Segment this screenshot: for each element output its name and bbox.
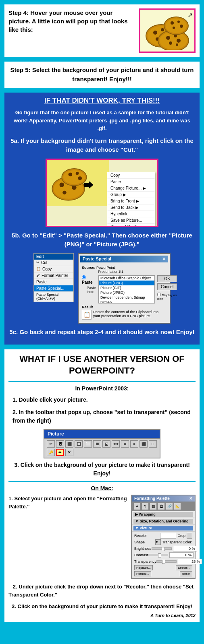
tb-btn-6[interactable]: 🔳 [93, 440, 101, 448]
paste-special-dialog: Paste Special ✕ Source: PowerPoint Prese… [78, 253, 171, 324]
tb-set-transparent[interactable]: ✏ [56, 449, 64, 456]
fp-recolor-dropdown[interactable] [160, 533, 176, 539]
list-item-png[interactable]: Picture (PNG) [99, 281, 154, 285]
tb-btn-8[interactable]: ⟺ [112, 440, 120, 448]
cancel-button[interactable]: Cancel [157, 283, 177, 290]
list-item-gif[interactable]: Picture (GIF) [99, 285, 154, 290]
fp-icon-2[interactable]: ¶ [142, 503, 149, 510]
tb-btn-4[interactable]: 🔲 [75, 440, 83, 448]
fp-replace-btn[interactable]: Replace... [134, 565, 153, 570]
fp-picture-label: ▼ Picture [135, 526, 152, 530]
fp-crop-btn[interactable] [187, 533, 192, 539]
svg-point-3 [161, 28, 164, 31]
context-cookie-svg [47, 160, 109, 206]
fp-shape-btn[interactable]: ● [155, 539, 161, 545]
blue-section-title: IF THAT DIDN'T WORK, TRY THIS!!! [8, 97, 196, 105]
fp-size-header[interactable]: ▼ Size, Rotation, and Ordering [133, 519, 193, 524]
dialog-title: Paste Special [83, 256, 111, 262]
dialog-paste-options: Paste Paste Into: [82, 275, 96, 303]
svg-point-17 [177, 21, 180, 23]
source-label: Source: [82, 266, 96, 270]
fp-brightness-controls: 0 % [152, 546, 197, 551]
tb-btn-3[interactable]: ⬛ [65, 440, 73, 448]
tb-btn-2[interactable]: 🖼 [56, 440, 64, 448]
paste-listbox[interactable]: Microsoft Office Graphic Object Picture … [98, 275, 155, 303]
fp-size-rotation: ▼ Size, Rotation, and Ordering [132, 518, 195, 525]
edit-menu-mockup: Edit ✂ Cut 📋 Copy 🖌 Format Painter Paste… [33, 253, 74, 302]
tb-btn-1[interactable]: ↩ [47, 440, 55, 448]
fp-recolor-controls: Crop [160, 533, 192, 539]
fp-close[interactable]: ✕ [189, 496, 192, 501]
blue-section: IF THAT DIDN'T WORK, TRY THIS!!! Go figu… [3, 91, 201, 346]
cookie-image: ↗ [139, 8, 196, 53]
tb-btn-11[interactable]: ⬛ [139, 440, 148, 448]
fp-contrast-slider[interactable] [148, 554, 168, 556]
paste-into-label: Paste Into: [87, 286, 96, 294]
page-wrapper: Step 4: Hover your mouse over your pictu… [0, 0, 204, 626]
context-menu-item-hyperlink: Hyperlink... [107, 211, 155, 217]
fp-contrast-label: Contrast [134, 553, 148, 557]
toolbar-title: Picture [44, 429, 160, 438]
svg-point-23 [60, 182, 65, 187]
bottom-section: WHAT IF I USE ANOTHER VERSION OF POWERPO… [3, 348, 201, 623]
fp-reset-btn[interactable]: Reset [180, 571, 192, 576]
fp-icon-3[interactable]: ▦ [150, 503, 157, 510]
display-as-icon[interactable]: Display as icon [157, 293, 177, 301]
ok-button[interactable]: OK [157, 275, 177, 282]
tb-btn-7[interactable]: ◱ [102, 440, 110, 448]
fp-effects-btn[interactable]: Effects... [176, 565, 192, 570]
svg-point-29 [69, 172, 73, 176]
fp-icon-1[interactable]: A [133, 503, 141, 510]
tb-btn-5[interactable]: ⬜ [84, 440, 92, 448]
fp-transparency-slider[interactable] [156, 560, 177, 563]
list-item-graphic[interactable]: Microsoft Office Graphic Object [99, 276, 154, 281]
fp-transparency-label: Transparency [134, 559, 156, 564]
context-menu-item-paste: Paste [107, 179, 155, 185]
fp-transparent-label: Transparent Color: [162, 540, 192, 544]
fp-icon-4[interactable]: 🖼 [158, 503, 165, 510]
fp-icon-6[interactable]: 📐 [174, 503, 181, 510]
mac-label: On Mac: [8, 485, 196, 491]
fp-wrapping-header[interactable]: ▶ Wrapping [133, 512, 193, 517]
dialog-close[interactable]: ✕ [162, 256, 166, 262]
context-menu-item-copy: Copy [107, 172, 155, 179]
fp-icon-5[interactable]: 🔗 [166, 503, 173, 510]
fp-transparency-controls: 28 % [156, 559, 202, 564]
edit-menu-titlebar: Edit [34, 254, 73, 260]
paste-radio[interactable]: Paste [82, 275, 96, 285]
tb-btn-12[interactable]: □ [149, 440, 157, 448]
mac-step2-text: 2. Under picture click the drop down nex… [8, 583, 196, 599]
context-menu-item-save: Save as Picture... [107, 217, 155, 224]
fp-brightness-value[interactable]: 0 % [173, 546, 197, 551]
context-menu-item-bring: Bring to Front ▶ [107, 198, 155, 204]
list-item-bitmap[interactable]: Bitmap [99, 300, 154, 303]
tb-btn-9[interactable]: ≡ [121, 440, 129, 448]
divider1 [8, 381, 196, 382]
edit-menu-format-painter: 🖌 Format Painter [34, 272, 73, 279]
fp-picture-header[interactable]: ▼ Picture [133, 526, 193, 530]
bottom-title: WHAT IF I USE ANOTHER VERSION OF POWERPO… [8, 353, 196, 376]
tb-btn-15[interactable]: ✕ [65, 449, 73, 456]
fp-brightness-slider[interactable] [152, 547, 172, 550]
step5a-text: 5a. If your background didn't turn trans… [8, 136, 196, 155]
result-text: Pastes the contents of the Clipboard int… [93, 310, 167, 318]
list-item-jpeg[interactable]: Picture (JPEG) [99, 290, 154, 295]
fp-contrast-value[interactable]: 0 % [169, 552, 194, 558]
fp-transparency-thumb [162, 560, 165, 564]
tb-btn-13[interactable]: 🔑 [47, 449, 55, 456]
picture-toolbar-container: Picture ↩ 🖼 ⬛ 🔲 ⬜ 🔳 ◱ ⟺ ≡ ≡ ⬛ □ 🔑 ✏ ✕ [44, 429, 160, 458]
fp-picture-section: ▼ Picture [132, 525, 195, 532]
svg-point-18 [180, 25, 183, 28]
edit-menu-copy: 📋 Copy [34, 266, 73, 272]
fp-shape-controls: ● Transparent Color: [155, 539, 192, 545]
fp-format-btn[interactable]: Format... [134, 571, 151, 576]
fp-titlebar: Formatting Palette ✕ [132, 495, 195, 502]
step5-text: Step 5: Select the background of your pi… [8, 66, 196, 84]
fp-brightness-thumb [162, 547, 165, 551]
tb-btn-10[interactable]: ≡ [130, 440, 138, 448]
context-menu-image: Copy Paste Change Picture... ▶ Group ▶ B… [46, 159, 158, 227]
list-item-dib[interactable]: Device Independent Bitmap [99, 295, 154, 300]
fp-transparency-value[interactable]: 28 % [178, 559, 202, 564]
edit-menu-paste-special-shortcut: Paste Special (Ctrl+Alt+V) [34, 292, 73, 302]
mac-step3-text: 3. Click on the background of your pictu… [8, 603, 196, 611]
